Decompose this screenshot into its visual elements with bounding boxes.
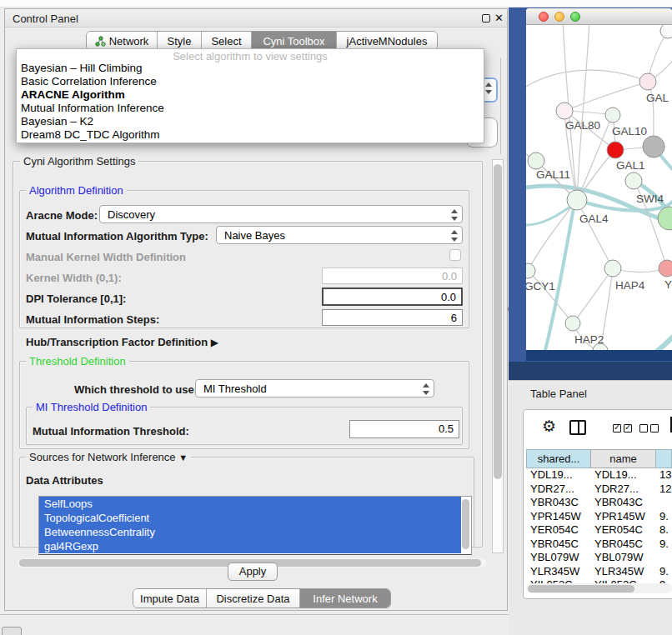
tab-jactivemnodules[interactable]: jActiveMNodules	[337, 32, 437, 50]
table-cell: YDL19...	[526, 468, 590, 482]
divider	[0, 614, 509, 615]
network-node[interactable]	[528, 152, 544, 169]
network-node-label: GAL4	[579, 212, 609, 225]
network-node[interactable]	[643, 136, 664, 158]
mi-type-label: Mutual Information Algorithm Type:	[26, 230, 208, 242]
tab-label: Cyni Toolbox	[263, 35, 324, 48]
attribute-item[interactable]: TopologicalCoefficient	[39, 511, 461, 525]
kernel-width-field[interactable]: 0.0	[322, 268, 463, 284]
tab-label: Discretize Data	[216, 592, 289, 605]
tab-label: Select	[211, 35, 241, 48]
deselect-all-checkboxes-icon[interactable]	[639, 424, 659, 432]
cyni-settings-group-title: Cyni Algorithm Settings	[20, 155, 138, 168]
tab-network[interactable]: Network	[87, 32, 158, 50]
algorithm-definition-title: Algorithm Definition	[26, 184, 127, 197]
data-attributes-list[interactable]: SelfLoopsTopologicalCoefficientBetweenne…	[38, 496, 472, 555]
algorithm-option[interactable]: Mutual Information Inference	[17, 102, 484, 115]
apply-button[interactable]: Apply	[228, 562, 278, 581]
aracne-mode-combo[interactable]: Discovery	[99, 205, 463, 223]
column-header-shared-name[interactable]: shared...	[526, 449, 590, 468]
table-cell: 9.	[655, 538, 672, 552]
collapse-arrow-icon[interactable]: ▼	[178, 452, 188, 462]
algorithm-option[interactable]: Bayesian – K2	[17, 115, 484, 128]
attribute-item[interactable]: gal4RGexp	[39, 539, 461, 553]
network-node[interactable]	[605, 108, 620, 122]
table-cell: YPR145W	[590, 510, 655, 524]
bottom-tabbar: Impute DataDiscretize DataInfer Network	[133, 588, 391, 608]
column-header-partial[interactable]	[655, 449, 672, 468]
control-panel-titlebar: Control Panel ✕	[5, 9, 507, 28]
algorithm-option[interactable]: Dream8 DC_TDC Algorithm	[17, 128, 484, 142]
table-row[interactable]: YDR27...YDR27...12	[526, 482, 672, 497]
kernel-width-value: 0.0	[442, 270, 457, 282]
network-node[interactable]	[659, 260, 672, 277]
manual-kernel-checkbox[interactable]	[449, 249, 461, 261]
table-row[interactable]: YBR043CYBR043C	[526, 496, 672, 510]
bottom-tab-infer-network[interactable]: Infer Network	[300, 589, 390, 608]
gear-icon[interactable]: ⚙	[542, 417, 556, 436]
columns-icon[interactable]	[569, 420, 586, 435]
table-row[interactable]: YDL19...YDL19...13	[526, 468, 672, 482]
dropdown-items: Bayesian – Hill ClimbingBasic Correlatio…	[17, 62, 484, 142]
attributes-scrollbar[interactable]	[462, 499, 470, 551]
network-canvas[interactable]: GALGAL80GAL10GAL1GAL11SWI4GAL4GCY1HAP4YH…	[526, 25, 672, 350]
network-node-label: HAP4	[615, 279, 644, 292]
tab-style[interactable]: Style	[158, 32, 202, 50]
which-threshold-combo[interactable]: MI Threshold	[195, 379, 434, 398]
network-node[interactable]	[658, 207, 672, 230]
mi-type-value: Naive Bayes	[224, 229, 285, 242]
network-node[interactable]	[607, 142, 624, 158]
attributes-scrollbar-thumb[interactable]	[462, 499, 469, 549]
attribute-item[interactable]: BetweennessCentrality	[39, 525, 461, 539]
mi-threshold-label: Mutual Information Threshold:	[33, 425, 189, 438]
algorithm-option[interactable]: Basic Correlation Inference	[17, 75, 484, 88]
network-node[interactable]	[526, 263, 535, 278]
mac-zoom-icon[interactable]	[570, 12, 580, 22]
column-header-name[interactable]: name	[590, 449, 655, 468]
collapsed-panel-button[interactable]	[2, 627, 22, 635]
network-node[interactable]	[660, 25, 672, 38]
network-node[interactable]	[604, 260, 621, 277]
manual-kernel-label: Manual Kernel Width Definition	[26, 251, 186, 263]
network-node[interactable]	[639, 73, 656, 90]
mi-type-combo[interactable]: Naive Bayes	[216, 226, 463, 244]
network-node[interactable]	[556, 102, 573, 119]
network-node-label: SWI4	[636, 192, 664, 205]
network-node[interactable]	[567, 190, 587, 210]
tab-select[interactable]: Select	[202, 32, 252, 50]
expand-arrow-icon[interactable]: ▶	[211, 337, 218, 348]
network-window-titlebar[interactable]	[526, 8, 672, 25]
table-panel-title: Table Panel	[530, 388, 587, 400]
network-node[interactable]	[625, 172, 642, 189]
tab-cyni-toolbox[interactable]: Cyni Toolbox	[252, 32, 337, 50]
table-toolbar: ⚙	[524, 414, 672, 444]
bottom-tab-impute-data[interactable]: Impute Data	[133, 589, 207, 608]
table-cell: YDL19...	[590, 468, 655, 482]
network-node[interactable]	[565, 316, 580, 331]
network-window[interactable]: GALGAL80GAL10GAL1GAL11SWI4GAL4GCY1HAP4YH…	[526, 8, 672, 361]
mi-threshold-field[interactable]: 0.5	[349, 420, 459, 438]
table-cell: YBL079W	[590, 551, 655, 565]
table-row[interactable]: YER054CYER054C8.	[526, 523, 672, 538]
table-row[interactable]: YPR145WYPR145W9.	[526, 510, 672, 524]
attribute-item[interactable]: SelfLoops	[39, 497, 461, 511]
select-all-checkboxes-icon[interactable]	[613, 424, 632, 432]
network-node-label: GAL11	[536, 168, 570, 181]
table-row[interactable]: YLR345WYLR345W9.	[526, 565, 672, 579]
hub-definition-label[interactable]: Hub/Transcription Factor Definition ▶	[26, 336, 218, 348]
bottom-tab-discretize-data[interactable]: Discretize Data	[207, 589, 300, 608]
float-window-icon[interactable]	[482, 14, 490, 22]
mac-close-icon[interactable]	[539, 12, 549, 22]
mi-steps-field[interactable]: 6	[322, 309, 463, 326]
mac-minimize-icon[interactable]	[554, 12, 564, 22]
table-row[interactable]: YBR045CYBR045C9.	[526, 538, 672, 552]
close-icon[interactable]: ✕	[494, 12, 504, 24]
aracne-mode-value: Discovery	[108, 208, 155, 221]
table-row[interactable]: YBL079WYBL079W	[526, 551, 672, 565]
dpi-tolerance-field[interactable]: 0.0	[322, 288, 463, 306]
table-hscrollbar-thumb[interactable]	[528, 585, 634, 592]
table-header-row: shared... name	[526, 449, 672, 468]
settings-scrollbar-thumb[interactable]	[494, 164, 502, 479]
algorithm-option[interactable]: Bayesian – Hill Climbing	[17, 62, 484, 75]
algorithm-option[interactable]: ARACNE Algorithm	[17, 88, 484, 102]
